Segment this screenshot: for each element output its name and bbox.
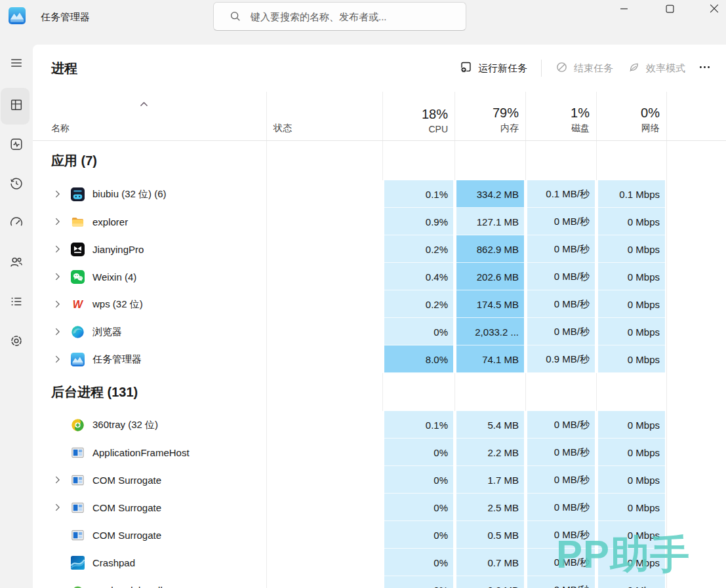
edge-icon — [71, 325, 85, 339]
network-cell: 0.1 Mbps — [596, 180, 666, 208]
process-row[interactable]: 360tray (32 位)0.1%5.4 MB0 MB/秒0 Mbps — [33, 411, 726, 439]
disk-cell: 0 MB/秒 — [525, 208, 596, 235]
process-row[interactable]: COM Surrogate0%1.7 MB0 MB/秒0 Mbps — [33, 466, 726, 494]
titlebar: 任务管理器 — [0, 0, 726, 39]
process-row[interactable]: COM Surrogate0%0.5 MB0 MB/秒0 Mbps — [33, 521, 726, 549]
column-header-status[interactable]: 状态 — [266, 92, 382, 140]
gutter-cell — [666, 290, 726, 318]
memory-cell: 127.1 MB — [454, 208, 525, 235]
cpu-cell: 0% — [382, 318, 454, 345]
status-cell — [266, 576, 382, 588]
toolbar-divider — [541, 60, 542, 77]
process-row[interactable]: crashpad_handler0%0.2 MB0 MB/秒0 Mbps — [33, 576, 726, 588]
process-name: wps (32 位) — [92, 298, 143, 311]
cpu-cell: 0.1% — [382, 411, 454, 439]
process-name: Crashpad — [92, 557, 135, 568]
expand-chevron-icon[interactable] — [50, 272, 64, 281]
cpu-cell: 0.9% — [382, 208, 454, 235]
more-options-button[interactable] — [693, 56, 717, 80]
process-name: COM Surrogate — [92, 502, 161, 513]
gutter-cell — [666, 411, 726, 439]
minimize-button[interactable] — [609, 0, 639, 17]
cpu-cell: 0% — [382, 521, 454, 549]
column-header-memory[interactable]: 79% 内存 — [454, 92, 525, 140]
column-header-disk[interactable]: 1% 磁盘 — [525, 92, 596, 140]
task-manager-window: { "titlebar": { "app_title": "任务管理器", "s… — [0, 0, 726, 588]
expand-chevron-icon[interactable] — [50, 189, 64, 199]
processes-icon — [9, 98, 24, 115]
network-cell: 0 Mbps — [596, 318, 666, 345]
gutter-cell — [666, 521, 726, 549]
cpu-cell: 0% — [382, 576, 454, 588]
process-row[interactable]: JianyingPro0.2%862.9 MB0 MB/秒0 Mbps — [33, 235, 726, 263]
disk-cell: 0.1 MB/秒 — [525, 180, 596, 208]
memory-cell: 2.2 MB — [454, 439, 525, 466]
tray360-icon — [71, 418, 85, 432]
gutter-cell — [666, 318, 726, 345]
menu-button[interactable] — [0, 47, 33, 81]
process-row[interactable]: explorer0.9%127.1 MB0 MB/秒0 Mbps — [33, 208, 726, 235]
column-header-name[interactable]: 名称 — [33, 92, 266, 140]
expand-chevron-icon[interactable] — [50, 217, 64, 226]
expand-chevron-icon[interactable] — [50, 245, 64, 254]
memory-cell: 2.5 MB — [454, 494, 525, 521]
run-new-task-icon — [460, 61, 472, 75]
efficiency-mode-button[interactable]: 效率模式 — [620, 56, 693, 80]
process-row[interactable]: ApplicationFrameHost0%2.2 MB0 MB/秒0 Mbps — [33, 439, 726, 466]
end-task-icon — [555, 61, 568, 75]
cpu-cell: 0% — [382, 466, 454, 494]
process-name-cell: biubiu (32 位) (6) — [33, 180, 266, 208]
close-button[interactable] — [699, 0, 726, 17]
gutter-cell — [666, 576, 726, 588]
process-row[interactable]: biubiu (32 位) (6)0.1%334.2 MB0.1 MB/秒0.1… — [33, 180, 726, 208]
sidebar-item-services[interactable] — [0, 323, 33, 362]
weixin-icon — [71, 270, 85, 284]
expand-chevron-icon[interactable] — [50, 327, 64, 336]
process-name: explorer — [92, 216, 128, 227]
search-input[interactable] — [249, 10, 459, 23]
processes-page: 进程 运行新任务 结束任务 效率模式 — [33, 45, 726, 588]
section-title: 后台进程 (131) — [33, 373, 266, 411]
disk-cell: 0 MB/秒 — [525, 494, 596, 521]
sidebar-item-details[interactable] — [0, 283, 33, 323]
network-cell: 0 Mbps — [596, 576, 666, 588]
column-header-cpu[interactable]: 18% CPU — [382, 92, 454, 140]
memory-cell: 0.7 MB — [454, 549, 525, 576]
sidebar-item-performance[interactable] — [0, 126, 33, 165]
expand-chevron-icon[interactable] — [50, 300, 64, 309]
comsurrogate-icon — [71, 473, 85, 487]
gutter-cell — [666, 180, 726, 208]
cpu-cell: 0.2% — [382, 290, 454, 318]
gutter-cell — [666, 235, 726, 263]
efficiency-mode-leaf-icon — [628, 61, 640, 75]
disk-cell: 0 MB/秒 — [525, 466, 596, 494]
services-icon — [9, 334, 24, 351]
process-row[interactable]: Wwps (32 位)0.2%174.5 MB0 MB/秒0 Mbps — [33, 290, 726, 318]
expand-chevron-icon[interactable] — [50, 503, 64, 512]
network-cell: 0 Mbps — [596, 411, 666, 439]
disk-cell: 0 MB/秒 — [525, 235, 596, 263]
status-cell — [266, 345, 382, 373]
process-row[interactable]: Crashpad0%0.7 MB0 MB/秒0 Mbps — [33, 549, 726, 576]
expand-chevron-icon[interactable] — [50, 475, 64, 484]
sidebar-item-app-history[interactable] — [0, 165, 33, 205]
navigation-sidebar — [0, 39, 33, 588]
process-name-cell: ApplicationFrameHost — [33, 439, 266, 466]
search-box[interactable] — [213, 2, 466, 31]
run-new-task-button[interactable]: 运行新任务 — [453, 56, 534, 80]
expand-chevron-icon[interactable] — [50, 355, 64, 364]
process-row[interactable]: 任务管理器8.0%74.1 MB0.9 MB/秒0 Mbps — [33, 345, 726, 373]
column-header-network[interactable]: 0% 网络 — [596, 92, 666, 140]
section-title: 应用 (7) — [33, 141, 266, 180]
sidebar-item-users[interactable] — [0, 244, 33, 283]
end-task-button[interactable]: 结束任务 — [548, 56, 620, 80]
cpu-cell: 0.1% — [382, 180, 454, 208]
process-row[interactable]: COM Surrogate0%2.5 MB0 MB/秒0 Mbps — [33, 494, 726, 521]
process-row[interactable]: Weixin (4)0.4%202.6 MB0 MB/秒0 Mbps — [33, 263, 726, 290]
users-icon — [9, 255, 24, 272]
process-row[interactable]: 浏览器0%2,033.2 ...0 MB/秒0 Mbps — [33, 318, 726, 345]
maximize-button[interactable] — [655, 0, 685, 17]
cpu-cell: 0% — [382, 439, 454, 466]
sidebar-item-startup-apps[interactable] — [0, 205, 33, 244]
sidebar-item-processes[interactable] — [0, 87, 33, 126]
